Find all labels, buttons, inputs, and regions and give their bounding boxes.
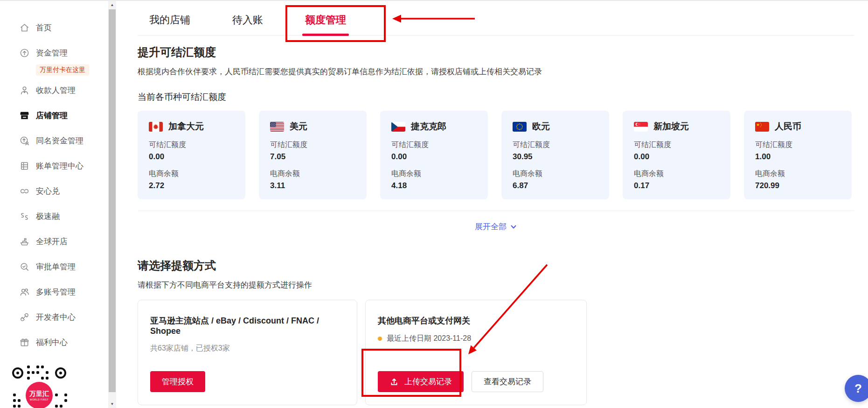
qr-dot	[64, 394, 67, 396]
orange-bullet-dot	[378, 337, 382, 341]
balance-label: 电商余额	[391, 169, 477, 179]
quota-value: 0.00	[634, 152, 719, 162]
qr-dot	[13, 394, 16, 396]
method-section-description: 请根据下方不同电商平台支持的提额方式进行操作	[138, 280, 854, 290]
flag-eu-icon	[513, 122, 527, 132]
balance-value: 3.11	[270, 181, 355, 190]
same-name-funds-icon	[19, 135, 30, 146]
method-card-subtitle: 共63家店铺，已授权3家	[150, 344, 345, 353]
currency-card-czk: 捷克克郎 可结汇额度 0.00 电商余额 4.18	[380, 111, 488, 199]
flag-canada-icon	[149, 122, 163, 132]
view-transaction-records-button[interactable]: 查看交易记录	[472, 371, 543, 392]
sidebar-item-payee[interactable]: 收款人管理	[0, 77, 108, 103]
qr-finder-pattern	[12, 367, 23, 379]
method-card-title: 亚马逊主流站点 / eBay / Cdiscount / FNAC / Shop…	[150, 315, 345, 336]
method-section-title: 请选择提额方式	[138, 258, 854, 273]
currency-name: 捷克克郎	[411, 120, 446, 133]
method-card-title: 其他电商平台或支付网关	[378, 315, 574, 326]
safe-exchange-icon	[19, 185, 30, 197]
quota-label: 可结汇额度	[391, 140, 477, 150]
currency-card-cny: 人民币 可结汇额度 1.00 电商余额 720.99	[744, 111, 852, 199]
manage-authorization-button[interactable]: 管理授权	[150, 371, 205, 392]
balance-label: 电商余额	[634, 169, 719, 179]
approval-icon	[19, 261, 30, 272]
tab-my-shops[interactable]: 我的店铺	[149, 13, 190, 35]
currency-card-list: 加拿大元 可结汇额度 0.00 电商余额 2.72 美元 可结汇额度 7.	[138, 111, 854, 199]
scrollbar-up-arrow[interactable]: ▲	[108, 1, 116, 9]
sidebar-item-benefits[interactable]: 福利中心	[0, 330, 108, 355]
qr-dot	[41, 377, 44, 380]
expand-all-link[interactable]: 展开全部	[475, 221, 517, 232]
qr-dot	[27, 377, 30, 380]
sidebar-scrollbar[interactable]: ▲ ▼	[108, 1, 116, 408]
currency-card-cad: 加拿大元 可结汇额度 0.00 电商余额 2.72	[138, 111, 245, 199]
currency-card-usd: 美元 可结汇额度 7.05 电商余额 3.11	[259, 111, 367, 199]
currency-name: 人民币	[775, 120, 801, 133]
sidebar-item-multi-account[interactable]: 多账号管理	[0, 279, 108, 304]
balance-value: 2.72	[149, 181, 234, 190]
sidebar-item-same-name-funds[interactable]: 同名资金管理	[0, 128, 108, 153]
quota-label: 可结汇额度	[634, 140, 719, 150]
quota-label: 可结汇额度	[270, 140, 355, 150]
qr-code: 万里汇 WORLD FIRST	[8, 366, 70, 408]
upload-transaction-records-button[interactable]: 上传交易记录	[378, 371, 464, 392]
tab-quota-management[interactable]: 额度管理	[305, 13, 346, 35]
qr-dot	[55, 394, 58, 396]
quota-value: 1.00	[755, 152, 840, 162]
sidebar-item-approval[interactable]: 审批单管理	[0, 254, 108, 279]
scrollbar-down-arrow[interactable]: ▼	[108, 400, 116, 408]
sidebar-item-label: 同名资金管理	[36, 135, 83, 146]
qr-dot	[13, 405, 16, 408]
currency-name: 美元	[290, 120, 307, 133]
global-store-icon	[19, 236, 30, 247]
balance-value: 6.87	[513, 181, 598, 190]
sidebar-item-developer[interactable]: 开发者中心	[0, 304, 108, 330]
sidebar-nav: 首页 资金管理 万里付卡在这里 收款人管理 店铺管理 同名资金管理 账单管理中心…	[0, 1, 108, 408]
quota-label: 可结汇额度	[149, 140, 234, 150]
currency-name: 新加坡元	[653, 120, 689, 133]
qr-finder-pattern	[55, 367, 66, 379]
sidebar-item-label: 极速融	[36, 211, 60, 222]
balance-label: 电商余额	[755, 169, 840, 179]
sidebar-item-funds[interactable]: 资金管理	[0, 40, 108, 65]
sidebar-item-label: 收款人管理	[36, 85, 76, 96]
sidebar-item-label: 多账号管理	[36, 287, 76, 297]
sidebar-item-home[interactable]: 首页	[0, 15, 108, 40]
balance-label: 电商余额	[270, 169, 355, 179]
funds-promo-tag: 万里付卡在这里	[36, 64, 89, 76]
sidebar-item-global-store[interactable]: 全球开店	[0, 229, 108, 254]
sidebar-item-safe-exchange[interactable]: 安心兑	[0, 178, 108, 204]
quota-section-title: 提升可结汇额度	[138, 45, 854, 60]
upload-icon	[389, 377, 399, 387]
qr-dot	[36, 371, 39, 374]
main-content: 我的店铺 待入账 额度管理 提升可结汇额度 根据境内合作伙伴要求，人民币结汇需要…	[116, 1, 868, 408]
qr-dot	[55, 405, 58, 408]
balance-value: 4.18	[391, 181, 477, 190]
currency-card-sgd: 新加坡元 可结汇额度 0.00 电商余额 0.17	[623, 111, 730, 199]
bill-center-icon	[19, 160, 30, 171]
sidebar-item-fast-financing[interactable]: 极速融	[0, 204, 108, 229]
shop-icon	[19, 110, 30, 121]
sidebar-item-bill-center[interactable]: 账单管理中心	[0, 153, 108, 178]
quota-label: 可结汇额度	[513, 140, 598, 150]
help-button[interactable]: ?	[845, 375, 868, 402]
last-upload-date: 最近上传日期 2023-11-28	[387, 334, 471, 344]
qr-dot	[27, 371, 30, 374]
chevron-down-icon	[510, 224, 517, 230]
scrollbar-thumb[interactable]	[109, 9, 116, 392]
balance-value: 0.17	[634, 181, 719, 190]
qr-dot	[32, 371, 35, 374]
sidebar-item-label: 开发者中心	[36, 312, 76, 323]
sidebar-item-label: 审批单管理	[36, 261, 76, 272]
payee-icon	[19, 84, 30, 96]
currency-quota-subtitle: 当前各币种可结汇额度	[138, 91, 854, 103]
qr-dot	[27, 366, 30, 368]
sidebar-item-label: 全球开店	[36, 236, 68, 247]
sidebar-item-label: 资金管理	[36, 48, 68, 58]
sidebar-item-shops[interactable]: 店铺管理	[0, 103, 108, 128]
sidebar-item-label: 店铺管理	[36, 110, 68, 121]
currency-name: 加拿大元	[168, 120, 204, 133]
qr-dot	[41, 366, 44, 368]
tab-pending-funds[interactable]: 待入账	[232, 13, 263, 35]
balance-label: 电商余额	[149, 169, 234, 179]
